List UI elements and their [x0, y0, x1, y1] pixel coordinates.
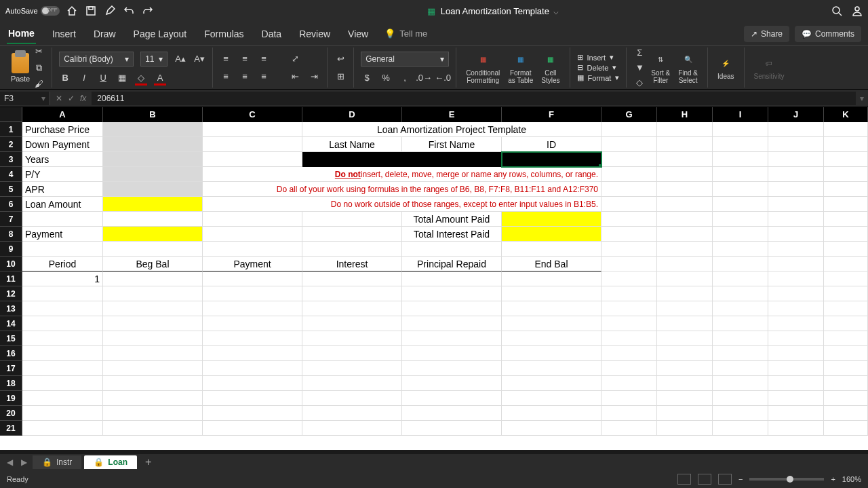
- user-icon[interactable]: [852, 5, 863, 16]
- spreadsheet-grid[interactable]: A B C D E F G H I J K 123456789101112131…: [0, 107, 868, 450]
- format-as-table-button[interactable]: ▦ Format as Table: [505, 52, 536, 84]
- fill-color-button[interactable]: ◇: [135, 72, 147, 84]
- search-icon[interactable]: [831, 5, 842, 16]
- cut-icon[interactable]: ✂: [33, 45, 45, 58]
- row-header-11[interactable]: 11: [0, 271, 22, 286]
- cell-F2[interactable]: ID: [502, 137, 601, 152]
- col-header-A[interactable]: A: [22, 107, 103, 122]
- merge-icon[interactable]: ⊞: [334, 71, 347, 83]
- row-header-7[interactable]: 7: [0, 212, 22, 227]
- increase-decimal-icon[interactable]: .0→: [418, 72, 430, 84]
- number-format-select[interactable]: General▾: [361, 52, 449, 67]
- row-header-3[interactable]: 3: [0, 152, 22, 167]
- cell-A3[interactable]: Years: [22, 152, 103, 167]
- row-header-19[interactable]: 19: [0, 391, 22, 406]
- autosum-icon[interactable]: Σ: [633, 47, 646, 59]
- cell-E2[interactable]: First Name: [402, 137, 502, 152]
- cell-A10[interactable]: Period: [22, 257, 103, 271]
- row-header-16[interactable]: 16: [0, 346, 22, 361]
- copy-icon[interactable]: ⧉: [33, 62, 45, 74]
- increase-font-icon[interactable]: A▴: [174, 53, 186, 65]
- cell-E8[interactable]: Total Interest Paid: [402, 227, 502, 242]
- cells-area[interactable]: Purchase Price Loan Amortization Project…: [22, 122, 868, 436]
- cell-B8[interactable]: [103, 227, 203, 242]
- fill-icon[interactable]: ▼: [633, 62, 646, 74]
- select-all-corner[interactable]: [0, 107, 22, 122]
- align-right-icon[interactable]: ≡: [258, 71, 270, 83]
- name-box[interactable]: F3▾: [0, 92, 50, 105]
- tab-page-layout[interactable]: Page Layout: [132, 24, 189, 43]
- italic-button[interactable]: I: [78, 72, 90, 84]
- zoom-slider[interactable]: [749, 478, 824, 481]
- add-sheet-button[interactable]: +: [140, 456, 157, 468]
- cell-A8[interactable]: Payment: [22, 227, 103, 242]
- cell-styles-button[interactable]: ▦ Cell Styles: [538, 52, 562, 84]
- align-top-icon[interactable]: ≡: [220, 53, 232, 65]
- col-header-H[interactable]: H: [657, 107, 713, 122]
- zoom-level[interactable]: 160%: [842, 475, 861, 483]
- share-button[interactable]: ↗Share: [744, 26, 789, 42]
- cancel-formula-icon[interactable]: ✕: [56, 94, 62, 103]
- align-left-icon[interactable]: ≡: [220, 71, 232, 83]
- wrap-text-icon[interactable]: ↩: [334, 53, 347, 65]
- delete-cells-button[interactable]: ⊟Delete ▾: [577, 63, 620, 72]
- col-header-J[interactable]: J: [768, 107, 824, 122]
- cell-F7[interactable]: [502, 212, 601, 227]
- col-header-E[interactable]: E: [402, 107, 502, 122]
- cell-C4[interactable]: Do not insert, delete, move, merge or na…: [203, 167, 601, 182]
- tab-home[interactable]: Home: [7, 24, 36, 44]
- row-header-21[interactable]: 21: [0, 421, 22, 436]
- col-header-K[interactable]: K: [824, 107, 868, 122]
- tell-me[interactable]: 💡 Tell me: [384, 29, 427, 39]
- border-button[interactable]: ▦: [116, 72, 128, 84]
- cell-A11[interactable]: 1: [22, 271, 103, 286]
- cell-C5[interactable]: Do all of your work using formulas in th…: [203, 182, 601, 197]
- tab-formulas[interactable]: Formulas: [203, 24, 245, 43]
- cell-A5[interactable]: APR: [22, 182, 103, 197]
- cell-D3[interactable]: [302, 152, 402, 167]
- sheet-nav-left[interactable]: ◀: [4, 457, 16, 467]
- col-header-B[interactable]: B: [103, 107, 203, 122]
- row-header-13[interactable]: 13: [0, 301, 22, 316]
- comments-button[interactable]: 💬Comments: [795, 26, 861, 42]
- format-cells-button[interactable]: ▦Format ▾: [577, 73, 620, 82]
- clear-icon[interactable]: ◇: [633, 77, 646, 89]
- cell-F10[interactable]: End Bal: [502, 257, 601, 271]
- home-icon[interactable]: [66, 5, 77, 16]
- col-header-F[interactable]: F: [502, 107, 601, 122]
- cell-E7[interactable]: Total Amount Paid: [402, 212, 502, 227]
- cell-C6[interactable]: Do no work outside of those ranges, exce…: [203, 197, 601, 212]
- orientation-icon[interactable]: ⤢: [289, 53, 301, 65]
- row-header-14[interactable]: 14: [0, 316, 22, 331]
- sheet-nav-right[interactable]: ▶: [18, 457, 30, 467]
- cell-A1[interactable]: Purchase Price: [22, 122, 103, 137]
- insert-cells-button[interactable]: ⊞Insert ▾: [577, 53, 620, 62]
- cell-B3[interactable]: [103, 152, 203, 167]
- col-header-D[interactable]: D: [302, 107, 402, 122]
- cell-C10[interactable]: Payment: [203, 257, 302, 271]
- sheet-tab-loan[interactable]: 🔒Loan: [84, 455, 137, 469]
- cell-D10[interactable]: Interest: [302, 257, 402, 271]
- ideas-button[interactable]: ⚡ Ideas: [715, 55, 736, 80]
- row-header-5[interactable]: 5: [0, 182, 22, 197]
- page-break-view-icon[interactable]: [718, 474, 732, 485]
- row-header-4[interactable]: 4: [0, 167, 22, 182]
- row-header-8[interactable]: 8: [0, 227, 22, 242]
- format-painter-icon[interactable]: 🖌: [33, 78, 45, 90]
- col-header-G[interactable]: G: [601, 107, 657, 122]
- row-header-2[interactable]: 2: [0, 137, 22, 152]
- row-header-6[interactable]: 6: [0, 197, 22, 212]
- zoom-in-button[interactable]: +: [831, 475, 835, 483]
- normal-view-icon[interactable]: [677, 474, 691, 485]
- cell-B6[interactable]: [103, 197, 203, 212]
- font-color-button[interactable]: A: [154, 72, 166, 84]
- row-header-9[interactable]: 9: [0, 242, 22, 257]
- cell-E3[interactable]: [402, 152, 502, 167]
- cell-F3[interactable]: [502, 152, 601, 167]
- currency-icon[interactable]: $: [361, 72, 373, 84]
- enter-formula-icon[interactable]: ✓: [68, 94, 75, 103]
- bold-button[interactable]: B: [59, 72, 71, 84]
- cell-A2[interactable]: Down Payment: [22, 137, 103, 152]
- align-middle-icon[interactable]: ≡: [239, 53, 251, 65]
- page-layout-view-icon[interactable]: [698, 474, 711, 485]
